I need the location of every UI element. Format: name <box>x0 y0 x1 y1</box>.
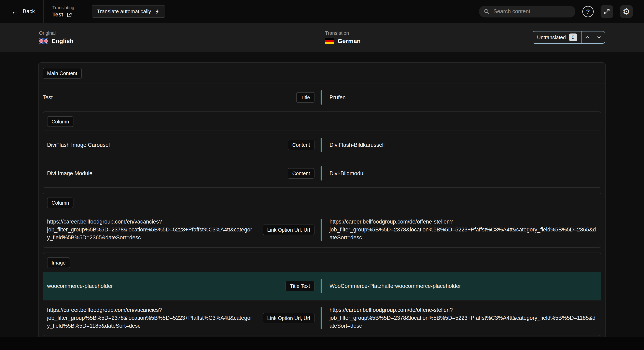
source-text: woocommerce-placeholder <box>47 282 113 290</box>
filter-label: Untranslated <box>537 35 566 40</box>
field-type-chip: Link Option Url, Url <box>263 225 314 235</box>
section-column-2: Column https://career.bellfoodgroup.com/… <box>42 193 602 248</box>
original-label: Original <box>39 30 319 36</box>
source-text: https://career.bellfoodgroup.com/en/vaca… <box>47 218 255 242</box>
original-language-block: Original English <box>39 30 319 45</box>
source-text: Test <box>42 94 53 102</box>
translation-text: WooCommerce-Platzhalterwoocommerce-place… <box>330 283 461 289</box>
search-icon <box>484 9 490 15</box>
translation-text: DiviFlash-Bildkarussell <box>330 142 385 148</box>
source-text: https://career.bellfoodgroup.com/en/vaca… <box>47 306 255 330</box>
translation-language-block: Translation German <box>325 30 360 45</box>
question-mark-icon: ? <box>586 8 590 15</box>
translate-automatically-label: Translate automatically <box>97 8 151 15</box>
section-image: Image woocommerce-placeholder Title Text… <box>42 252 602 336</box>
field-type-chip: Link Option Url, Url <box>263 313 314 323</box>
document-title-link[interactable]: Test <box>52 12 63 18</box>
accent-bar <box>320 166 322 180</box>
group-label-chip: Main Content <box>42 68 82 79</box>
german-flag-icon <box>325 38 334 44</box>
translation-label: Translation <box>325 30 360 36</box>
top-bar: ← Back Translating Test Translate automa… <box>0 0 644 23</box>
next-untranslated-button[interactable] <box>593 32 605 43</box>
expand-icon <box>604 8 610 15</box>
translation-text: https://career.bellfoodgroup.com/de/offe… <box>330 219 596 241</box>
untranslated-count-badge: 0 <box>569 34 577 41</box>
gear-icon: ⚙ <box>622 7 630 16</box>
uk-flag-icon <box>39 38 48 44</box>
search-input[interactable] <box>479 6 576 18</box>
bottom-band <box>0 336 644 350</box>
section-label-chip: Column <box>47 198 74 208</box>
field-type-chip: Content <box>288 140 314 150</box>
lightning-bolt-icon <box>154 9 160 14</box>
section-column-1: Column DiviFlash Image Carousel Content … <box>42 112 602 188</box>
search-box <box>479 6 576 18</box>
help-button[interactable]: ? <box>582 6 594 17</box>
translation-text: https://career.bellfoodgroup.com/de/offe… <box>330 307 596 329</box>
translate-automatically-button[interactable]: Translate automatically <box>92 5 165 18</box>
translation-row[interactable]: Divi Image Module Content Divi-Bildmodul <box>43 159 601 187</box>
translating-block: Translating Test <box>52 5 74 18</box>
translating-label: Translating <box>52 5 74 10</box>
accent-bar <box>320 90 322 105</box>
source-text: DiviFlash Image Carousel <box>47 141 110 149</box>
fullscreen-button[interactable] <box>600 5 613 18</box>
separator <box>83 0 83 23</box>
back-button[interactable]: ← Back <box>11 8 35 15</box>
chevron-down-icon <box>596 35 602 40</box>
main-canvas: Main Content Test Title Prüfen Column Di… <box>0 52 644 349</box>
external-link-icon <box>66 12 72 18</box>
translation-row-selected[interactable]: woocommerce-placeholder Title Text WooCo… <box>43 272 601 300</box>
translation-language-name: German <box>338 38 360 45</box>
translation-text: Divi-Bildmodul <box>330 170 364 176</box>
translation-row[interactable]: Test Title Prüfen <box>38 84 606 112</box>
section-label-chip: Column <box>47 116 74 127</box>
section-label-chip: Image <box>47 257 70 268</box>
translation-panel: Main Content Test Title Prüfen Column Di… <box>38 62 606 349</box>
translation-text: Prüfen <box>330 94 346 101</box>
accent-bar <box>320 307 322 329</box>
source-text: Divi Image Module <box>47 170 92 177</box>
accent-bar <box>320 279 322 293</box>
translation-row[interactable]: DiviFlash Image Carousel Content DiviFla… <box>43 131 601 159</box>
settings-button[interactable]: ⚙ <box>620 5 633 18</box>
original-language-name: English <box>52 38 74 45</box>
chevron-up-icon <box>584 35 590 40</box>
translation-row[interactable]: https://career.bellfoodgroup.com/en/vaca… <box>43 212 601 247</box>
field-type-chip: Title Text <box>286 281 314 291</box>
untranslated-filter: Untranslated 0 <box>532 31 605 44</box>
accent-bar <box>320 219 322 241</box>
language-bar: Original English Translation German <box>0 23 644 52</box>
back-label: Back <box>23 8 35 15</box>
back-arrow-icon: ← <box>11 8 19 15</box>
field-type-chip: Content <box>288 168 314 179</box>
previous-untranslated-button[interactable] <box>582 32 593 43</box>
accent-bar <box>320 138 322 152</box>
separator <box>44 0 44 23</box>
field-type-chip: Title <box>296 92 314 103</box>
translation-row[interactable]: https://career.bellfoodgroup.com/en/vaca… <box>43 300 601 335</box>
